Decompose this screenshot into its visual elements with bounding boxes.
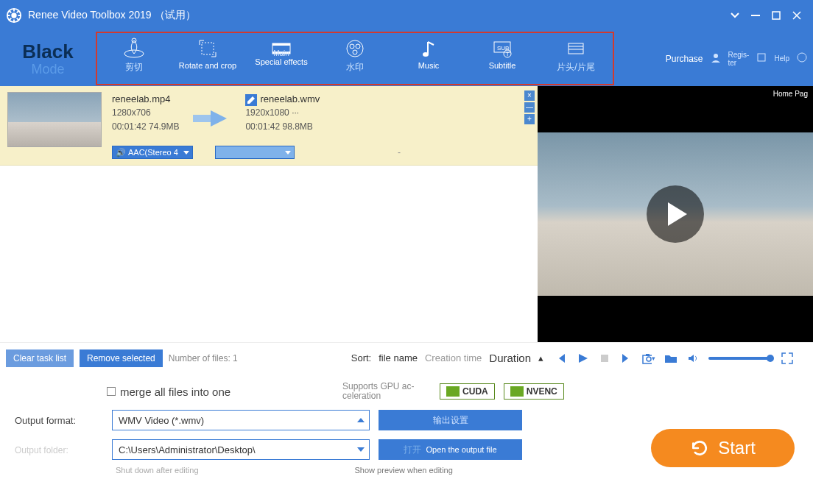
row-dash-button[interactable]: — [524,102,535,113]
list-controls-bar: Clear task list Remove selected Number o… [0,342,813,373]
svg-rect-2 [751,15,760,16]
tool-cut-label: 剪切 [97,61,171,74]
settings-icon[interactable] [756,52,767,65]
sort-arrow-icon[interactable]: ▴ [538,352,543,363]
tool-intro-label: 片头/片尾 [539,61,613,74]
svg-point-14 [423,52,429,57]
svg-point-28 [647,357,651,361]
tool-watermark[interactable]: 水印 [318,33,392,84]
dest-filename: reneelab.wmv [260,93,320,104]
output-settings-button[interactable]: 输出设置 [379,410,522,430]
app-icon [6,7,22,24]
svg-rect-8 [272,43,290,46]
nvenc-badge: NVENC [504,383,564,400]
edit-icon[interactable] [245,94,257,106]
svg-rect-23 [758,54,765,61]
help-link[interactable]: Help [774,54,789,63]
svg-point-13 [353,50,357,54]
purchase-link[interactable]: Purchase [666,54,703,64]
bottom-panel: merge all files into one Supports GPU ac… [0,373,813,488]
tool-subtitle-label: Subtitle [465,61,539,70]
tool-cut[interactable]: 剪切 [97,33,171,84]
tool-watermark-label: 水印 [318,61,392,74]
source-filename: reneelab.mp4 [112,92,179,106]
output-folder-value: C:\Users\Administrator\Desktop\ [119,444,256,455]
file-thumbnail [7,92,102,147]
output-format-value: WMV Video (*.wmv) [119,415,204,426]
output-folder-label: Output folder: [15,444,103,455]
volume-icon[interactable] [686,352,700,365]
row-close-button[interactable]: × [524,90,535,101]
audio-codec-value: AAC(Stereo 4 [128,148,178,157]
sort-creation[interactable]: Creation time [425,352,482,363]
reload-icon [690,439,709,458]
user-icon[interactable] [711,52,721,65]
info-icon[interactable] [797,52,807,65]
svg-rect-6 [202,43,214,54]
close-button[interactable] [786,5,807,26]
clear-task-list-button[interactable]: Clear task list [6,349,74,367]
title-bar: Renee Video Toolbox 2019 （试用） [0,0,813,31]
tool-rotate-label: Rotate and crop [171,61,244,70]
file-row[interactable]: reneelab.mp4 1280x706 00:01:42 74.9MB re… [0,86,538,166]
fullscreen-icon[interactable] [781,352,794,365]
tool-rotate-crop[interactable]: Rotate and crop [171,33,244,84]
sort-filename[interactable]: file name [379,352,418,363]
dash-label: - [398,147,401,157]
folder-icon[interactable] [664,352,678,365]
svg-rect-3 [772,12,780,19]
dropdown-icon[interactable] [725,5,745,26]
mode-label: Black Mode [0,40,96,77]
start-button[interactable]: Start [651,429,795,467]
maximize-button[interactable] [766,5,786,26]
main-toolbar: Black Mode 剪切 Rotate and crop Main Speci… [0,31,813,86]
shutdown-label: Shut down after editing [116,466,199,475]
player-next-button[interactable] [620,352,633,365]
tool-subtitle[interactable]: SUBT Subtitle [465,33,539,84]
minimize-button[interactable] [745,5,766,26]
dest-resolution: 1920x1080 ··· [245,106,320,120]
output-format-label: Output format: [15,415,103,426]
file-list: reneelab.mp4 1280x706 00:01:42 74.9MB re… [0,86,538,342]
preview-play-button[interactable] [647,185,704,243]
camera-icon[interactable]: ▾ [642,352,655,365]
svg-rect-25 [193,115,211,122]
secondary-select[interactable] [215,146,295,159]
player-prev-button[interactable] [554,352,567,365]
merge-checkbox[interactable] [107,387,116,396]
merge-label: merge all files into one [120,386,230,398]
remove-selected-button[interactable]: Remove selected [80,349,163,367]
home-page-tag: Home Pag [771,89,810,99]
svg-point-24 [798,53,806,62]
tool-effects-sublabel: Main [244,49,318,57]
player-stop-button[interactable] [598,352,611,365]
svg-rect-26 [601,355,608,362]
row-plus-button[interactable]: + [524,114,535,124]
sort-duration[interactable]: Duration [489,352,531,364]
tool-music[interactable]: Music [392,33,465,84]
svg-point-11 [350,44,354,49]
tool-row-highlight: 剪切 Rotate and crop Main Special effects … [96,32,614,85]
tool-music-label: Music [392,61,465,70]
volume-slider[interactable] [708,357,772,360]
dest-time-size: 00:01:42 98.8MB [245,120,320,134]
gpu-label: Supports GPU ac- celeration [342,382,431,401]
sort-label: Sort: [351,352,371,363]
audio-codec-select[interactable]: 🔊 AAC(Stereo 4 [112,146,193,159]
file-count-label: Number of files: 1 [169,353,238,363]
output-format-select[interactable]: WMV Video (*.wmv) [112,410,370,430]
open-output-button[interactable]: 打开 Open the output file [379,439,522,460]
start-label: Start [718,438,756,458]
speaker-icon: 🔊 [116,148,126,157]
app-title: Renee Video Toolbox 2019 （试用） [28,9,196,22]
tool-intro-outro[interactable]: 片头/片尾 [539,33,613,84]
tool-special-effects[interactable]: Main Special effects [244,33,318,84]
svg-rect-29 [646,354,650,356]
tool-effects-label: Special effects [244,57,318,66]
show-preview-label: Show preview when editing [355,466,453,475]
source-resolution: 1280x706 [112,106,179,120]
register-link[interactable]: Regis- ter [728,51,750,67]
player-play-button[interactable] [576,352,589,365]
output-folder-select[interactable]: C:\Users\Administrator\Desktop\ [112,439,370,460]
source-time-size: 00:01:42 74.9MB [112,120,179,134]
